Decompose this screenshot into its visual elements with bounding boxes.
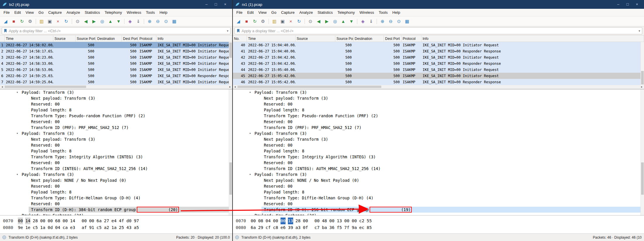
packet-row[interactable]: 432022-06-27 15:04:42.00…500500ISAKMPIKE… [233, 60, 644, 67]
save-file-icon[interactable]: ▣ [279, 18, 286, 25]
hex-byte[interactable]: 9e [18, 224, 23, 231]
hex-byte[interactable]: 48 [322, 218, 327, 224]
filter-input[interactable] [9, 29, 225, 33]
packet-row[interactable]: 22022-06-27 14:58:17.65…500500ISAKMPIKE_… [0, 48, 232, 54]
menu-item-view[interactable]: View [23, 10, 36, 15]
tree-line[interactable]: Reserved: 00 [233, 160, 644, 166]
detail-scrollbar[interactable] [229, 89, 232, 215]
expert-info-icon[interactable] [2, 235, 6, 239]
column-header-time[interactable]: Time [247, 35, 295, 42]
hex-byte[interactable]: 29 [258, 224, 263, 231]
column-header-source-port[interactable]: Source Port [76, 35, 96, 42]
tree-line[interactable]: Reserved: 00 [233, 119, 644, 125]
hex-byte[interactable]: c8 [273, 224, 278, 231]
minimize-button[interactable]: – [614, 0, 623, 9]
packet-row[interactable]: 12022-06-27 14:58:02.00…500500ISAKMPIKE_… [0, 42, 232, 48]
menu-item-statistics[interactable]: Statistics [82, 10, 102, 15]
resize-columns-icon[interactable]: ▦ [170, 18, 178, 25]
packet-row[interactable]: 412022-06-27 15:04:40.00…500500ISAKMPIKE… [233, 48, 644, 54]
menu-item-telephony[interactable]: Telephony [335, 10, 357, 15]
scrollbar-thumb[interactable] [229, 43, 232, 58]
hex-byte[interactable]: a2 [104, 224, 109, 231]
tree-line[interactable]: Reserved: 00 [233, 101, 644, 107]
column-header-source-port[interactable]: Source Port [335, 35, 353, 42]
menu-item-go[interactable]: Go [269, 10, 279, 15]
tree-line[interactable]: Transform Type: Pseudo-random Function (… [0, 113, 232, 119]
tree-line[interactable]: Payload length: 8 [233, 107, 644, 113]
tree-line[interactable]: Reserved: 00 [0, 183, 232, 189]
find-packet-icon[interactable]: ⊙ [74, 18, 81, 25]
tree-line[interactable]: ▾Payload: Transform (3) [233, 130, 644, 136]
packet-row[interactable]: 72022-06-27 14:59:25.04…500500ISAKMPIKE_… [0, 79, 232, 85]
hex-byte[interactable]: c5 [97, 224, 102, 231]
hex-line[interactable]: 00700008040000132800004800130000c255 [236, 218, 644, 224]
column-header-info[interactable]: Info [421, 35, 644, 42]
menu-item-analyze[interactable]: Analyze [297, 10, 315, 15]
tree-line[interactable]: Transform Type: Pseudo-random Function (… [233, 113, 644, 119]
tree-line[interactable]: ▾Payload: Transform (3) [0, 130, 232, 136]
menu-item-analyze[interactable]: Analyze [64, 10, 82, 15]
chevron-down-icon[interactable]: ▾ [227, 29, 228, 33]
menu-item-edit[interactable]: Edit [245, 10, 256, 15]
scrollbar-thumb[interactable] [641, 162, 644, 195]
go-first-icon[interactable]: ▲ [107, 18, 114, 25]
tree-line[interactable]: Payload length: 8 [0, 148, 232, 154]
go-first-icon[interactable]: ▲ [339, 18, 347, 25]
column-header-info[interactable]: Info [156, 35, 232, 42]
tree-line[interactable]: Transform ID (INTEG): AUTH_HMAC_SHA2_512… [0, 166, 232, 172]
tree-line[interactable]: Payload length: 8 [233, 148, 644, 154]
menu-item-edit[interactable]: Edit [12, 10, 23, 15]
maximize-button[interactable]: □ [623, 0, 632, 9]
packet-row[interactable]: 422022-06-27 15:04:42.00…500500ISAKMPIKE… [233, 54, 644, 60]
hex-byte[interactable]: f5 [337, 224, 342, 231]
tree-line[interactable]: Payload length: 8 [0, 189, 232, 195]
tree-line[interactable]: Reserved: 00 [233, 142, 644, 148]
bookmark-icon[interactable] [237, 29, 240, 33]
hex-byte[interactable]: c2 [359, 218, 364, 224]
hex-byte[interactable]: e3 [70, 224, 75, 231]
packet-row[interactable]: 452022-06-27 15:05:42.00…500500ISAKMPIKE… [233, 73, 644, 79]
zoom-in-icon[interactable]: ⊕ [379, 18, 386, 25]
go-to-packet-icon[interactable]: ◎ [98, 18, 106, 25]
hex-byte[interactable]: 0f [303, 224, 308, 231]
hex-byte[interactable]: 27 [104, 218, 109, 224]
hex-byte[interactable]: 00 [303, 218, 308, 224]
tree-line[interactable]: Transform Type: Integrity Algorithm (INT… [233, 154, 644, 160]
hex-byte[interactable]: 00 [281, 218, 286, 224]
hex-byte[interactable]: a5 [134, 224, 139, 231]
hex-byte[interactable]: e6 [281, 224, 286, 231]
tree-line[interactable]: Next payload: NONE / No Next Payload (0) [0, 177, 232, 183]
column-header-protocol[interactable]: Protocol [138, 35, 156, 42]
tree-line[interactable]: ▸Payload: Key Exchange (34) [233, 213, 644, 215]
zoom-100-icon[interactable]: ⊙ [395, 18, 403, 25]
hex-byte[interactable]: c5 [33, 224, 38, 231]
menu-item-help[interactable]: Help [157, 10, 170, 15]
packet-row[interactable]: 442022-06-27 15:05:40.00…500500ISAKMPIKE… [233, 67, 644, 73]
go-back-icon[interactable]: ◀ [315, 18, 322, 25]
hex-byte[interactable]: 04 [266, 218, 271, 224]
scrollbar-thumb[interactable] [5, 86, 86, 88]
hex-byte[interactable]: 00 [18, 218, 23, 224]
packet-row[interactable]: 402022-06-27 15:04:40.00…500500ISAKMPIKE… [233, 42, 644, 48]
tree-line[interactable]: Reserved: 00 [0, 201, 232, 207]
tree-line[interactable]: Reserved: 00 [233, 183, 644, 189]
hex-byte[interactable]: 1a [40, 224, 45, 231]
hex-byte[interactable]: 00 [329, 218, 334, 224]
tree-line[interactable]: Transform Type: Diffie-Hellman Group (D-… [0, 195, 232, 201]
column-header-dest-port[interactable]: Dest Port [384, 35, 402, 42]
column-header-time[interactable]: Time [5, 35, 53, 42]
hex-byte[interactable]: 13 [288, 218, 293, 224]
tree-line[interactable]: Next payload: Transform (3) [233, 136, 644, 142]
tree-line[interactable]: Payload length: 8 [0, 107, 232, 113]
detail-scrollbar[interactable] [640, 89, 644, 215]
capture-start-icon[interactable]: ◢ [235, 18, 242, 25]
chevron-down-icon[interactable]: ▾ [638, 29, 640, 33]
column-header-no[interactable]: No. [233, 35, 247, 42]
menu-item-telephony[interactable]: Telephony [102, 10, 124, 15]
packet-list-scrollbar[interactable] [640, 42, 644, 85]
scroll-left-icon[interactable]: ◄ [0, 85, 4, 89]
save-file-icon[interactable]: ▣ [46, 18, 54, 25]
close-button[interactable]: × [221, 0, 230, 9]
hex-byte[interactable]: cf [266, 224, 271, 231]
tree-line[interactable]: Transform Type: Diffie-Hellman Group (D-… [233, 195, 644, 201]
